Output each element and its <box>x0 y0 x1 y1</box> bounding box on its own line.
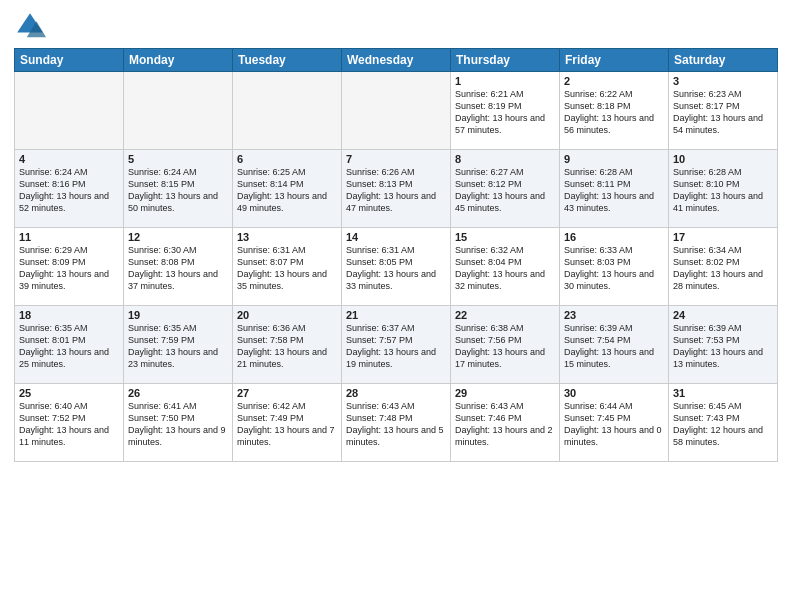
day-number: 3 <box>673 75 773 87</box>
day-number: 12 <box>128 231 228 243</box>
day-info: Sunrise: 6:29 AM Sunset: 8:09 PM Dayligh… <box>19 244 119 293</box>
day-info: Sunrise: 6:22 AM Sunset: 8:18 PM Dayligh… <box>564 88 664 137</box>
day-number: 28 <box>346 387 446 399</box>
day-info: Sunrise: 6:23 AM Sunset: 8:17 PM Dayligh… <box>673 88 773 137</box>
calendar-week-row: 25Sunrise: 6:40 AM Sunset: 7:52 PM Dayli… <box>15 384 778 462</box>
calendar-header-row: SundayMondayTuesdayWednesdayThursdayFrid… <box>15 49 778 72</box>
calendar-day-cell: 5Sunrise: 6:24 AM Sunset: 8:15 PM Daylig… <box>124 150 233 228</box>
day-info: Sunrise: 6:24 AM Sunset: 8:16 PM Dayligh… <box>19 166 119 215</box>
day-number: 24 <box>673 309 773 321</box>
day-info: Sunrise: 6:41 AM Sunset: 7:50 PM Dayligh… <box>128 400 228 449</box>
day-info: Sunrise: 6:32 AM Sunset: 8:04 PM Dayligh… <box>455 244 555 293</box>
calendar-day-cell: 17Sunrise: 6:34 AM Sunset: 8:02 PM Dayli… <box>669 228 778 306</box>
calendar-week-row: 1Sunrise: 6:21 AM Sunset: 8:19 PM Daylig… <box>15 72 778 150</box>
day-info: Sunrise: 6:26 AM Sunset: 8:13 PM Dayligh… <box>346 166 446 215</box>
calendar-day-cell: 30Sunrise: 6:44 AM Sunset: 7:45 PM Dayli… <box>560 384 669 462</box>
day-number: 8 <box>455 153 555 165</box>
calendar-day-cell: 16Sunrise: 6:33 AM Sunset: 8:03 PM Dayli… <box>560 228 669 306</box>
day-number: 25 <box>19 387 119 399</box>
calendar-day-cell: 1Sunrise: 6:21 AM Sunset: 8:19 PM Daylig… <box>451 72 560 150</box>
day-number: 7 <box>346 153 446 165</box>
day-info: Sunrise: 6:35 AM Sunset: 7:59 PM Dayligh… <box>128 322 228 371</box>
calendar-day-cell: 31Sunrise: 6:45 AM Sunset: 7:43 PM Dayli… <box>669 384 778 462</box>
calendar-day-cell: 4Sunrise: 6:24 AM Sunset: 8:16 PM Daylig… <box>15 150 124 228</box>
calendar-day-cell: 29Sunrise: 6:43 AM Sunset: 7:46 PM Dayli… <box>451 384 560 462</box>
day-info: Sunrise: 6:40 AM Sunset: 7:52 PM Dayligh… <box>19 400 119 449</box>
day-info: Sunrise: 6:21 AM Sunset: 8:19 PM Dayligh… <box>455 88 555 137</box>
day-info: Sunrise: 6:24 AM Sunset: 8:15 PM Dayligh… <box>128 166 228 215</box>
day-info: Sunrise: 6:28 AM Sunset: 8:11 PM Dayligh… <box>564 166 664 215</box>
day-number: 6 <box>237 153 337 165</box>
calendar-header-thursday: Thursday <box>451 49 560 72</box>
calendar-day-cell: 10Sunrise: 6:28 AM Sunset: 8:10 PM Dayli… <box>669 150 778 228</box>
day-number: 14 <box>346 231 446 243</box>
calendar-header-wednesday: Wednesday <box>342 49 451 72</box>
day-info: Sunrise: 6:33 AM Sunset: 8:03 PM Dayligh… <box>564 244 664 293</box>
calendar-day-cell: 9Sunrise: 6:28 AM Sunset: 8:11 PM Daylig… <box>560 150 669 228</box>
calendar-day-cell: 15Sunrise: 6:32 AM Sunset: 8:04 PM Dayli… <box>451 228 560 306</box>
calendar-day-cell: 21Sunrise: 6:37 AM Sunset: 7:57 PM Dayli… <box>342 306 451 384</box>
calendar-day-cell: 14Sunrise: 6:31 AM Sunset: 8:05 PM Dayli… <box>342 228 451 306</box>
calendar-day-cell: 7Sunrise: 6:26 AM Sunset: 8:13 PM Daylig… <box>342 150 451 228</box>
calendar-week-row: 18Sunrise: 6:35 AM Sunset: 8:01 PM Dayli… <box>15 306 778 384</box>
day-number: 15 <box>455 231 555 243</box>
day-info: Sunrise: 6:42 AM Sunset: 7:49 PM Dayligh… <box>237 400 337 449</box>
day-info: Sunrise: 6:27 AM Sunset: 8:12 PM Dayligh… <box>455 166 555 215</box>
day-number: 26 <box>128 387 228 399</box>
calendar-header-sunday: Sunday <box>15 49 124 72</box>
day-info: Sunrise: 6:44 AM Sunset: 7:45 PM Dayligh… <box>564 400 664 449</box>
calendar-day-cell: 20Sunrise: 6:36 AM Sunset: 7:58 PM Dayli… <box>233 306 342 384</box>
day-number: 22 <box>455 309 555 321</box>
page-container: SundayMondayTuesdayWednesdayThursdayFrid… <box>0 0 792 612</box>
calendar-day-cell: 18Sunrise: 6:35 AM Sunset: 8:01 PM Dayli… <box>15 306 124 384</box>
day-info: Sunrise: 6:25 AM Sunset: 8:14 PM Dayligh… <box>237 166 337 215</box>
day-info: Sunrise: 6:39 AM Sunset: 7:54 PM Dayligh… <box>564 322 664 371</box>
day-number: 31 <box>673 387 773 399</box>
day-number: 27 <box>237 387 337 399</box>
day-number: 1 <box>455 75 555 87</box>
day-info: Sunrise: 6:43 AM Sunset: 7:46 PM Dayligh… <box>455 400 555 449</box>
day-info: Sunrise: 6:34 AM Sunset: 8:02 PM Dayligh… <box>673 244 773 293</box>
day-number: 21 <box>346 309 446 321</box>
calendar-day-cell: 26Sunrise: 6:41 AM Sunset: 7:50 PM Dayli… <box>124 384 233 462</box>
day-info: Sunrise: 6:43 AM Sunset: 7:48 PM Dayligh… <box>346 400 446 449</box>
calendar-day-cell: 8Sunrise: 6:27 AM Sunset: 8:12 PM Daylig… <box>451 150 560 228</box>
calendar-day-cell <box>15 72 124 150</box>
calendar-day-cell: 23Sunrise: 6:39 AM Sunset: 7:54 PM Dayli… <box>560 306 669 384</box>
calendar-day-cell: 22Sunrise: 6:38 AM Sunset: 7:56 PM Dayli… <box>451 306 560 384</box>
calendar-day-cell: 6Sunrise: 6:25 AM Sunset: 8:14 PM Daylig… <box>233 150 342 228</box>
calendar-day-cell: 28Sunrise: 6:43 AM Sunset: 7:48 PM Dayli… <box>342 384 451 462</box>
calendar-day-cell: 2Sunrise: 6:22 AM Sunset: 8:18 PM Daylig… <box>560 72 669 150</box>
day-number: 11 <box>19 231 119 243</box>
day-number: 20 <box>237 309 337 321</box>
calendar-week-row: 4Sunrise: 6:24 AM Sunset: 8:16 PM Daylig… <box>15 150 778 228</box>
day-number: 10 <box>673 153 773 165</box>
logo <box>14 10 50 42</box>
calendar-week-row: 11Sunrise: 6:29 AM Sunset: 8:09 PM Dayli… <box>15 228 778 306</box>
day-number: 9 <box>564 153 664 165</box>
day-info: Sunrise: 6:28 AM Sunset: 8:10 PM Dayligh… <box>673 166 773 215</box>
calendar-day-cell: 25Sunrise: 6:40 AM Sunset: 7:52 PM Dayli… <box>15 384 124 462</box>
day-number: 13 <box>237 231 337 243</box>
calendar-header-saturday: Saturday <box>669 49 778 72</box>
calendar-header-tuesday: Tuesday <box>233 49 342 72</box>
day-info: Sunrise: 6:31 AM Sunset: 8:05 PM Dayligh… <box>346 244 446 293</box>
calendar-day-cell: 13Sunrise: 6:31 AM Sunset: 8:07 PM Dayli… <box>233 228 342 306</box>
calendar-day-cell: 11Sunrise: 6:29 AM Sunset: 8:09 PM Dayli… <box>15 228 124 306</box>
day-number: 16 <box>564 231 664 243</box>
calendar-day-cell <box>233 72 342 150</box>
day-number: 17 <box>673 231 773 243</box>
calendar-day-cell: 24Sunrise: 6:39 AM Sunset: 7:53 PM Dayli… <box>669 306 778 384</box>
day-info: Sunrise: 6:37 AM Sunset: 7:57 PM Dayligh… <box>346 322 446 371</box>
calendar-day-cell <box>342 72 451 150</box>
day-number: 23 <box>564 309 664 321</box>
calendar-day-cell: 19Sunrise: 6:35 AM Sunset: 7:59 PM Dayli… <box>124 306 233 384</box>
day-number: 19 <box>128 309 228 321</box>
day-info: Sunrise: 6:38 AM Sunset: 7:56 PM Dayligh… <box>455 322 555 371</box>
day-info: Sunrise: 6:30 AM Sunset: 8:08 PM Dayligh… <box>128 244 228 293</box>
calendar-day-cell <box>124 72 233 150</box>
day-info: Sunrise: 6:45 AM Sunset: 7:43 PM Dayligh… <box>673 400 773 449</box>
day-info: Sunrise: 6:35 AM Sunset: 8:01 PM Dayligh… <box>19 322 119 371</box>
calendar-day-cell: 27Sunrise: 6:42 AM Sunset: 7:49 PM Dayli… <box>233 384 342 462</box>
header <box>14 10 778 42</box>
